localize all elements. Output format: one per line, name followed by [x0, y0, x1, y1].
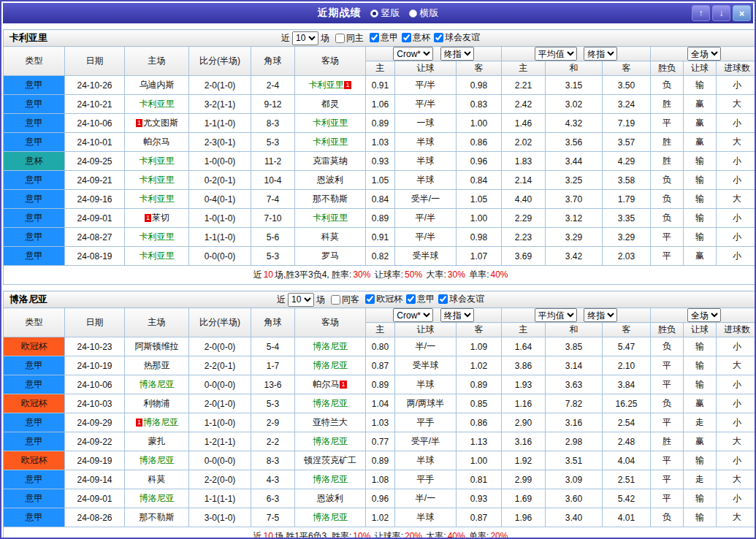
odds-value: 平/半: [395, 95, 457, 114]
league-checkbox[interactable]: [434, 33, 443, 42]
home-team-cell: 乌迪内斯: [125, 76, 189, 95]
col-result-winlose: 胜负: [651, 61, 684, 76]
team-name-text: 帕尔马: [313, 379, 339, 389]
match-date: 24-10-06: [65, 375, 125, 394]
match-date: 24-09-01: [65, 209, 125, 228]
away-team-cell: 恩波利: [295, 171, 366, 190]
result-handicap: 赢: [684, 114, 717, 133]
avg-odds-value: 1.16: [502, 394, 546, 413]
col-away: 客场: [295, 308, 366, 337]
result-winlose: 负: [651, 394, 684, 413]
league-checkbox[interactable]: [402, 33, 411, 42]
same-venue-checkbox[interactable]: [335, 34, 345, 43]
result-winlose: 胜: [651, 133, 684, 152]
match-date: 24-10-19: [65, 356, 125, 375]
avg-odds-value: 1.83: [502, 152, 546, 171]
scroll-down-button[interactable]: ↓: [712, 5, 730, 21]
same-venue-label: 同客: [342, 294, 359, 306]
match-type-badge: 意甲: [4, 470, 65, 489]
league-filter[interactable]: 球会友谊: [438, 293, 484, 305]
summary-segment: 40%: [490, 270, 508, 280]
avg-odds-value: 3.84: [603, 375, 651, 394]
team-name-text: 恩波利: [317, 175, 343, 185]
summary-segment: 大率:: [424, 270, 446, 280]
scope-select[interactable]: 全场: [687, 308, 721, 322]
league-label: 意甲: [417, 293, 435, 305]
close-button[interactable]: ×: [733, 5, 751, 21]
odds-source-select[interactable]: Crow*: [393, 308, 433, 322]
result-goals: 小: [717, 228, 756, 247]
odds-value: 受平/半: [395, 432, 457, 451]
result-goals: 小: [717, 394, 756, 413]
avg-odds-select[interactable]: 平均值: [535, 308, 577, 322]
final-odds-select-1[interactable]: 终指: [440, 47, 474, 61]
odds-value: 1.09: [457, 337, 502, 356]
match-row: 意甲24-09-21卡利亚里0-2(0-1)10-4恩波利1.05半球0.842…: [4, 171, 756, 190]
odds-source-select[interactable]: Crow*: [393, 47, 433, 61]
match-score: 0-0(0-0): [189, 375, 251, 394]
match-count-select[interactable]: 10: [288, 293, 314, 307]
avg-odds-value: 1.92: [502, 451, 546, 470]
odds-value: 1.00: [457, 451, 502, 470]
league-checkbox[interactable]: [438, 294, 448, 304]
match-date: 24-10-03: [65, 394, 125, 413]
summary-segment: 20%: [490, 531, 508, 539]
same-venue-checkbox[interactable]: [331, 295, 340, 305]
scroll-up-button[interactable]: ↑: [692, 5, 710, 21]
odds-value: 受半/一: [395, 190, 457, 209]
layout-radio-horizontal[interactable]: 横版: [409, 7, 439, 20]
layout-radio-vertical[interactable]: 竖版: [370, 7, 400, 20]
same-venue-filter[interactable]: 同主: [335, 32, 364, 45]
result-handicap: 输: [684, 508, 717, 527]
avg-odds-select[interactable]: 平均值: [535, 47, 577, 61]
final-odds-select-2[interactable]: 终指: [584, 47, 617, 61]
col-home: 主场: [125, 308, 189, 337]
avg-odds-value: 2.48: [603, 432, 651, 451]
radio-unselected-icon: [409, 9, 417, 18]
result-winlose: 胜: [651, 432, 684, 451]
scope-select[interactable]: 全场: [687, 47, 721, 61]
odds-value: 半/一: [395, 337, 457, 356]
match-date: 24-09-21: [65, 171, 125, 190]
result-goals: 大: [717, 133, 756, 152]
corner-count: 5-4: [251, 337, 295, 356]
titlebar: 近期战绩 竖版 横版 ↑ ↓ ×: [3, 3, 753, 23]
match-type-badge: 意甲: [4, 489, 65, 508]
home-team-cell: 帕尔马: [125, 133, 189, 152]
result-goals: 大: [717, 508, 756, 527]
league-filter[interactable]: 球会友谊: [434, 31, 480, 44]
col-away: 客场: [295, 47, 366, 76]
odds-value: 0.84: [457, 171, 502, 190]
league-filter[interactable]: 意甲: [370, 31, 398, 44]
match-type-badge: 意甲: [4, 114, 65, 133]
match-count-select[interactable]: 10: [292, 31, 318, 45]
team-name-text: 卡利亚里: [313, 118, 348, 128]
match-date: 24-10-01: [65, 133, 125, 152]
team-name-text: 阿斯顿维拉: [135, 341, 179, 351]
avg-odds-value: 1.46: [502, 114, 546, 133]
final-odds-select-1[interactable]: 终指: [440, 308, 474, 322]
league-checkbox[interactable]: [365, 294, 375, 304]
odds-value: 0.86: [457, 413, 502, 432]
odds-value: 平手: [395, 470, 457, 489]
final-odds-select-2[interactable]: 终指: [584, 308, 617, 322]
odds-value: 半球: [395, 152, 457, 171]
league-checkbox[interactable]: [370, 33, 379, 42]
odds-value: 1.06: [366, 95, 395, 114]
avg-odds-value: 2.99: [502, 470, 546, 489]
same-venue-filter[interactable]: 同客: [331, 294, 359, 306]
avg-odds-group: 平均值 终指: [502, 47, 651, 61]
league-filter[interactable]: 意杯: [402, 31, 430, 44]
league-checkbox[interactable]: [406, 294, 416, 304]
league-filter[interactable]: 意甲: [406, 293, 435, 305]
league-label: 意甲: [381, 31, 398, 44]
scope-group: 全场: [651, 47, 756, 61]
result-goals: 小: [717, 76, 756, 95]
league-filter[interactable]: 欧冠杯: [365, 293, 402, 305]
avg-odds-value: 4.32: [546, 114, 603, 133]
col-type: 类型: [4, 308, 65, 337]
match-row: 意甲24-10-01帕尔马2-3(0-1)5-3卡利亚里1.03半球0.862.…: [4, 133, 756, 152]
corner-count: 7-5: [251, 508, 295, 527]
corner-count: 1-7: [251, 356, 295, 375]
result-handicap: 输: [684, 337, 717, 356]
